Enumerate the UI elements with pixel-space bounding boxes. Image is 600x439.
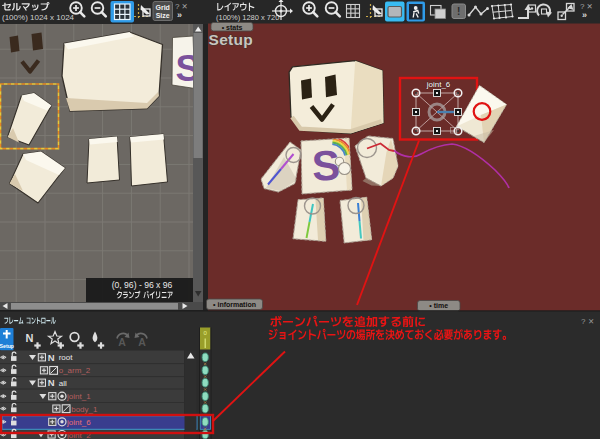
svg-text:A: A	[138, 336, 146, 348]
svg-text:»: »	[582, 10, 587, 20]
svg-text:N: N	[48, 377, 55, 388]
svg-text:S: S	[311, 141, 341, 189]
svg-text:✕: ✕	[588, 317, 594, 326]
svg-text:Setup: Setup	[0, 343, 14, 349]
svg-text:(0, 96) - 96 x 96: (0, 96) - 96 x 96	[112, 280, 173, 290]
svg-text:joint_6: joint_6	[66, 418, 91, 427]
svg-text:✕: ✕	[587, 2, 593, 11]
svg-text:• information: • information	[213, 301, 256, 308]
svg-text:(100%) 1024 x 1024: (100%) 1024 x 1024	[2, 13, 75, 22]
svg-text:!: !	[457, 6, 460, 17]
svg-text:Setup: Setup	[209, 31, 254, 48]
svg-text:• time: • time	[429, 302, 448, 309]
svg-text:joint_6: joint_6	[426, 80, 451, 89]
svg-text:Grid: Grid	[156, 4, 170, 11]
svg-text:• stats: • stats	[222, 24, 243, 31]
svg-text:N: N	[48, 352, 55, 363]
svg-text:(100%) 1280 x 720: (100%) 1280 x 720	[216, 13, 279, 22]
svg-text:N: N	[26, 332, 34, 344]
svg-text:✕: ✕	[182, 2, 188, 11]
svg-text:all: all	[59, 379, 67, 388]
svg-text:?: ?	[581, 317, 586, 326]
svg-text:joint_2: joint_2	[66, 431, 91, 439]
svg-text:A: A	[118, 336, 126, 348]
svg-text:joint_1: joint_1	[66, 392, 91, 401]
svg-text:o_arm_2: o_arm_2	[59, 366, 91, 375]
svg-text:»: »	[177, 10, 182, 20]
svg-text:root: root	[59, 353, 74, 362]
svg-text:body_1: body_1	[71, 405, 98, 414]
svg-text:Size: Size	[156, 12, 170, 19]
